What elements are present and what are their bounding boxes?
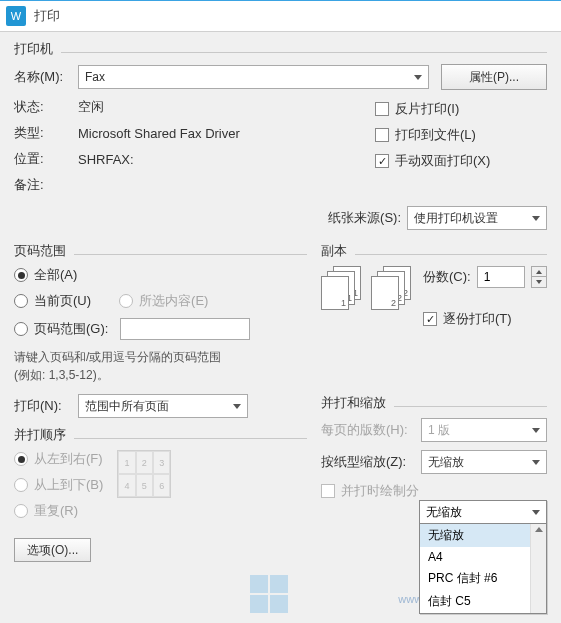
location-label: 位置: [14,150,78,168]
dropdown-scrollbar[interactable] [530,524,546,613]
arrow-up-icon [535,527,543,532]
chevron-down-icon [532,216,540,221]
chevron-down-icon [532,510,540,515]
page-range-selection-radio: 所选内容(E) [119,292,208,310]
order-repeat-radio: 重复(R) [14,502,103,520]
options-button[interactable]: 选项(O)... [14,538,91,562]
drawlines-checkbox: 并打时绘制分 [321,482,547,500]
page-range-all-radio[interactable]: 全部(A) [14,266,307,284]
order-ttb-radio: 从上到下(B) [14,476,103,494]
page-range-hint1: 请键入页码和/或用逗号分隔的页码范围 [14,348,307,366]
titlebar: W 打印 [0,0,561,32]
page-range-section-label: 页码范围 [14,242,66,260]
printer-name-value: Fax [85,70,105,84]
manual-duplex-checkbox[interactable]: ✓手动双面打印(X) [375,152,547,170]
chevron-down-icon [233,404,241,409]
paper-source-label: 纸张来源(S): [328,209,401,227]
scale-to-combo[interactable]: 无缩放 [421,450,547,474]
pages-per-sheet-label: 每页的版数(H): [321,421,421,439]
scale-to-dropdown-open[interactable]: 无缩放 无缩放 A4 PRC 信封 #6 信封 C5 [419,500,547,614]
scale-option-prc6[interactable]: PRC 信封 #6 [420,567,546,590]
status-label: 状态: [14,98,78,116]
print-what-label: 打印(N): [14,397,78,415]
window-title: 打印 [34,7,60,25]
chevron-down-icon [414,75,422,80]
scale-option-none[interactable]: 无缩放 [420,524,546,547]
collate-checkbox[interactable]: ✓逐份打印(T) [423,310,547,328]
printer-name-combo[interactable]: Fax [78,65,429,89]
status-value: 空闲 [78,98,104,116]
mirror-print-checkbox[interactable]: 反片打印(I) [375,100,547,118]
type-value: Microsoft Shared Fax Driver [78,126,240,141]
page-range-hint2: (例如: 1,3,5-12)。 [14,366,307,384]
chevron-down-icon [532,460,540,465]
page-range-range-radio[interactable]: 页码范围(G): [14,318,307,340]
scale-option-c5[interactable]: 信封 C5 [420,590,546,613]
chevron-down-icon [532,428,540,433]
print-to-file-checkbox[interactable]: 打印到文件(L) [375,126,547,144]
watermark-logo [250,575,288,613]
app-icon: W [6,6,26,26]
location-value: SHRFAX: [78,152,134,167]
scale-section-label: 并打和缩放 [321,394,386,412]
spin-down-icon[interactable] [532,277,546,287]
spin-up-icon[interactable] [532,267,546,277]
copies-count-input[interactable] [477,266,525,288]
copies-section-label: 副本 [321,242,347,260]
page-range-input[interactable] [120,318,250,340]
remarks-label: 备注: [14,176,78,194]
order-preview-icon: 123456 [117,450,171,498]
type-label: 类型: [14,124,78,142]
printer-section-label: 打印机 [14,40,53,58]
collate-preview-icon: 111 222 [321,266,413,312]
name-label: 名称(M): [14,68,78,86]
scale-option-a4[interactable]: A4 [420,547,546,567]
paper-source-combo[interactable]: 使用打印机设置 [407,206,547,230]
pages-per-sheet-combo: 1 版 [421,418,547,442]
order-ltr-radio: 从左到右(F) [14,450,103,468]
scale-to-label: 按纸型缩放(Z): [321,453,421,471]
properties-button[interactable]: 属性(P)... [441,64,547,90]
scale-dd-selected: 无缩放 [426,504,462,521]
order-section-label: 并打顺序 [14,426,66,444]
print-what-combo[interactable]: 范围中所有页面 [78,394,248,418]
copies-count-label: 份数(C): [423,268,471,286]
page-range-current-radio[interactable]: 当前页(U) [14,292,91,310]
